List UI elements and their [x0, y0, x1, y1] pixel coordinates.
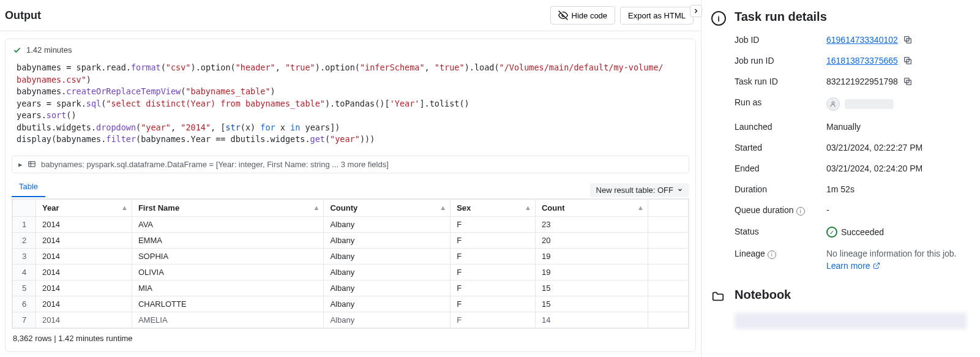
lineage-learn-more[interactable]: Learn more [826, 261, 880, 271]
table-row[interactable]: 32014SOPHIAAlbanyF19 [13, 248, 689, 264]
job-id-label: Job ID [735, 35, 826, 45]
col-firstname[interactable]: First Name▲ [132, 199, 324, 216]
page-title: Output [5, 9, 41, 22]
hide-code-button[interactable]: Hide code [550, 6, 616, 24]
task-run-id-label: Task run ID [735, 77, 826, 86]
sort-icon[interactable]: ▲ [525, 204, 531, 211]
sort-icon[interactable]: ▲ [440, 204, 446, 211]
task-run-id-value: 832121922951798 [826, 77, 898, 86]
chevron-right-icon [692, 7, 700, 15]
notebook-path [735, 313, 967, 329]
lineage-text: No lineage information for this job. [826, 249, 956, 258]
table-row[interactable]: 52014MIAAlbanyF15 [13, 280, 689, 296]
table-row[interactable]: 22014EMMAAlbanyF20 [13, 232, 689, 248]
job-run-id-label: Job run ID [735, 56, 826, 66]
sort-icon[interactable]: ▲ [637, 204, 644, 211]
success-icon: ✓ [826, 227, 837, 238]
status-value: Succeeded [841, 227, 884, 237]
queue-label: Queue durationi [735, 205, 826, 216]
duration-value: 1m 52s [826, 184, 967, 194]
job-id-link[interactable]: 619614733340102 [826, 35, 898, 45]
result-table[interactable]: Year▲ First Name▲ County▲ Sex▲ Count▲ 12… [12, 198, 689, 329]
copy-icon[interactable] [903, 35, 913, 45]
table-row[interactable]: 12014AVAAlbanyF23 [13, 216, 689, 232]
started-value: 03/21/2024, 02:22:27 PM [826, 143, 967, 152]
code-block: babynames = spark.read.format("csv").opt… [6, 61, 695, 152]
svg-line-10 [876, 263, 880, 267]
copy-icon[interactable] [903, 77, 913, 86]
col-count[interactable]: Count▲ [535, 199, 648, 216]
chevron-down-icon [677, 187, 683, 193]
lineage-label: Lineagei [735, 249, 826, 259]
tab-table[interactable]: Table [12, 177, 45, 197]
new-result-table-toggle[interactable]: New result table: OFF [590, 183, 689, 197]
ended-label: Ended [735, 163, 826, 173]
status-label: Status [735, 227, 826, 236]
job-run-id-link[interactable]: 161813873375665 [826, 56, 898, 66]
avatar [826, 97, 840, 111]
info-icon[interactable]: i [796, 207, 805, 216]
col-sex[interactable]: Sex▲ [451, 199, 536, 216]
copy-icon[interactable] [903, 56, 913, 66]
cell-runtime-label: 1.42 minutes [26, 45, 72, 54]
launched-value: Manually [826, 122, 967, 132]
run-as-value [845, 99, 894, 109]
duration-label: Duration [735, 184, 826, 194]
ended-value: 03/21/2024, 02:24:20 PM [826, 163, 967, 173]
export-html-label: Export as HTML [628, 11, 686, 20]
queue-value: - [826, 205, 967, 215]
external-link-icon [873, 262, 880, 269]
svg-point-9 [832, 102, 834, 104]
check-icon [13, 46, 21, 54]
table-row[interactable]: 72014AMELIAAlbanyF14 [13, 312, 689, 328]
notebook-heading: Notebook [735, 288, 791, 302]
schema-text: babynames: pyspark.sql.dataframe.DataFra… [41, 160, 389, 169]
launched-label: Launched [735, 122, 826, 132]
info-icon[interactable]: i [768, 250, 776, 259]
hide-code-label: Hide code [572, 11, 608, 20]
schema-summary[interactable]: ▸ babynames: pyspark.sql.dataframe.DataF… [12, 156, 689, 173]
details-heading: Task run details [735, 10, 967, 24]
result-summary: 8,362 rows | 1.42 minutes runtime [6, 329, 695, 348]
started-label: Started [735, 143, 826, 152]
col-county[interactable]: County▲ [324, 199, 451, 216]
info-icon: i [711, 11, 726, 26]
export-html-button[interactable]: Export as HTML [620, 7, 694, 24]
table-row[interactable]: 62014CHARLOTTEAlbanyF15 [13, 296, 689, 312]
run-as-label: Run as [735, 97, 826, 107]
eye-off-icon [558, 10, 568, 20]
user-icon [829, 100, 837, 108]
collapse-sidebar-button[interactable] [690, 5, 702, 17]
col-year[interactable]: Year▲ [36, 199, 132, 216]
expand-icon[interactable]: ▸ [18, 160, 23, 169]
table-icon [28, 160, 36, 168]
folder-icon [711, 290, 725, 303]
sort-icon[interactable]: ▲ [121, 204, 128, 211]
sort-icon[interactable]: ▲ [313, 204, 320, 211]
table-row[interactable]: 42014OLIVIAAlbanyF19 [13, 264, 689, 280]
